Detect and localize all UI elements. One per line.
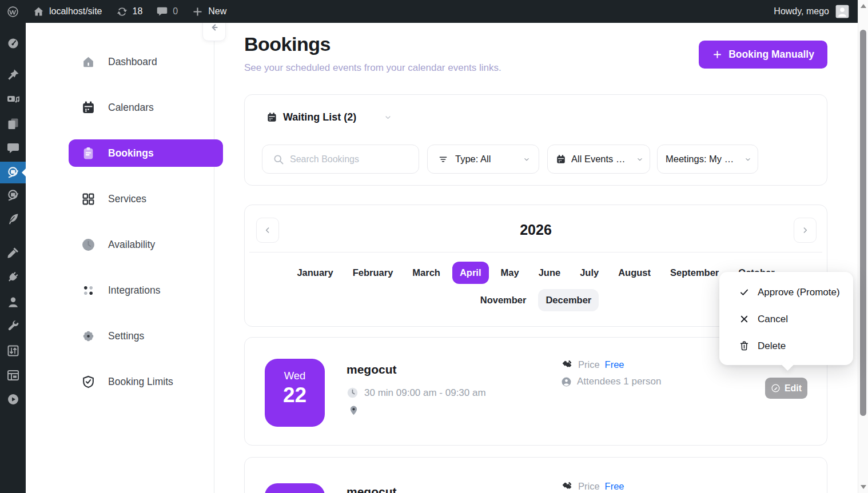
menu-item-cancel[interactable]: Cancel [719, 306, 853, 332]
month-september[interactable]: September [663, 262, 726, 284]
attendees-text: Attendees 1 person [577, 376, 661, 387]
clipboard-icon [81, 146, 95, 161]
rail-item-users[interactable] [0, 291, 26, 313]
calendar-icon [81, 101, 95, 115]
grid-icon [81, 192, 95, 206]
sidebar-item-label: Services [108, 193, 146, 205]
sidebar-item-settings[interactable]: Settings [69, 322, 223, 350]
chevron-down-icon [523, 155, 531, 163]
booking-price-row: Price Free [561, 359, 624, 371]
menu-item-delete[interactable]: Delete [719, 332, 853, 359]
events-filter-dropdown[interactable]: All Events & S [547, 145, 650, 174]
main-content: Bookings See your scheduled events from … [214, 23, 858, 493]
import-export-icon [6, 344, 20, 358]
rail-item-tools[interactable] [0, 315, 26, 337]
price-label: Price [578, 481, 600, 492]
rail-item-plugins[interactable] [0, 267, 26, 288]
admin-bar-right: Howdy, mego [774, 4, 858, 19]
dots-grid-icon [81, 283, 95, 298]
rail-item-forms[interactable] [0, 364, 26, 386]
sidebar-item-label: Calendars [108, 102, 154, 114]
scrollbar [858, 0, 868, 493]
sidebar-item-booking-limits[interactable]: Booking Limits [69, 368, 223, 395]
rail-item-dashboard[interactable] [0, 33, 26, 54]
type-filter-label: Type: All [455, 154, 491, 165]
rail-item-posts[interactable] [0, 64, 26, 86]
gear-icon [81, 329, 95, 343]
sidebar-item-services[interactable]: Services [69, 185, 223, 213]
month-may[interactable]: May [493, 262, 527, 284]
booking-time-row: 30 min 09:00 am - 09:30 am [347, 387, 486, 399]
sidebar-item-integrations[interactable]: Integrations [69, 276, 223, 304]
updates-indicator[interactable]: 18 [116, 6, 143, 18]
scrollbar-down-arrow[interactable] [861, 485, 866, 489]
month-april[interactable]: April [452, 262, 489, 284]
page-subtitle: See your scheduled events from your cale… [244, 62, 501, 74]
sidebar-item-label: Availability [108, 239, 155, 251]
clock-icon [347, 387, 359, 399]
wordpress-menu[interactable] [7, 6, 19, 18]
meetings-filter-dropdown[interactable]: Meetings: My Mee [657, 145, 758, 174]
month-july[interactable]: July [572, 262, 606, 284]
comments-indicator[interactable]: 0 [156, 6, 178, 18]
waiting-list-dropdown[interactable]: Waiting List (2) [266, 111, 392, 123]
howdy-account[interactable]: Howdy, mego [774, 6, 829, 17]
month-december[interactable]: December [538, 289, 599, 311]
avatar[interactable] [835, 4, 850, 19]
rail-item-comments[interactable] [0, 138, 26, 159]
booking-actions-menu: Approve (Promote) Cancel Delete [719, 272, 853, 365]
new-label: New [208, 6, 226, 17]
edit-booking-button[interactable]: Edit [765, 378, 807, 399]
month-november[interactable]: November [473, 289, 534, 311]
search-input[interactable] [290, 154, 411, 165]
plus-icon [192, 6, 204, 18]
comments-count: 0 [173, 6, 178, 17]
menu-item-approve[interactable]: Approve (Promote) [719, 279, 853, 306]
sidebar-item-availability[interactable]: Availability [69, 231, 223, 258]
chevron-down-icon [384, 113, 392, 122]
sidebar-item-dashboard[interactable]: Dashboard [69, 48, 223, 75]
booking-manually-label: Booking Manually [728, 49, 814, 61]
rail-item-appearance[interactable] [0, 242, 26, 263]
booking-attendees-row: Attendees 1 person [561, 376, 661, 387]
sidebar-item-calendars[interactable]: Calendars [69, 94, 223, 121]
month-february[interactable]: February [345, 262, 401, 284]
divider [249, 252, 822, 252]
sidebar-item-bookings[interactable]: Bookings [69, 139, 223, 167]
plugins-plug-icon [6, 271, 20, 284]
sidebar-item-label: Integrations [108, 284, 160, 296]
rail-item-pages[interactable] [0, 113, 26, 135]
month-january[interactable]: January [289, 262, 340, 284]
month-march[interactable]: March [405, 262, 448, 284]
filters-card: Waiting List (2) Type: All All Events & … [244, 94, 827, 186]
site-link[interactable]: localhost/site [33, 6, 102, 18]
scrollbar-thumb[interactable] [860, 30, 866, 416]
type-filter-dropdown[interactable]: Type: All [427, 145, 539, 174]
rail-item-feather-plugin[interactable] [0, 208, 26, 230]
booking-plugin-alt-logo-icon [6, 189, 20, 202]
month-august[interactable]: August [611, 262, 658, 284]
calendar-icon [556, 154, 566, 165]
rail-item-booking-plugin-active[interactable] [0, 162, 26, 183]
rail-item-booking-plugin[interactable] [0, 185, 26, 206]
calendar-icon [266, 112, 277, 123]
new-content-menu[interactable]: New [192, 6, 226, 18]
booking-time-text: 30 min 09:00 am - 09:30 am [364, 387, 486, 399]
rail-item-media-player[interactable] [0, 388, 26, 410]
updates-icon [116, 6, 128, 18]
events-filter-label: All Events & S [571, 154, 631, 165]
play-circle-icon [6, 392, 20, 406]
scrollbar-up-arrow[interactable] [861, 4, 866, 8]
meetings-filter-label: Meetings: My Mee [666, 154, 740, 165]
booking-day: Wed [265, 370, 325, 382]
rail-item-media[interactable] [0, 89, 26, 110]
comments-icon [156, 6, 168, 18]
trash-icon [739, 340, 750, 351]
booking-manually-button[interactable]: Booking Manually [699, 41, 827, 69]
booking-date-badge: Fri [265, 483, 325, 493]
next-year-button[interactable] [794, 218, 817, 243]
pages-icon [6, 117, 20, 131]
rail-item-import-export[interactable] [0, 340, 26, 362]
x-icon [739, 314, 750, 324]
month-june[interactable]: June [531, 262, 568, 284]
